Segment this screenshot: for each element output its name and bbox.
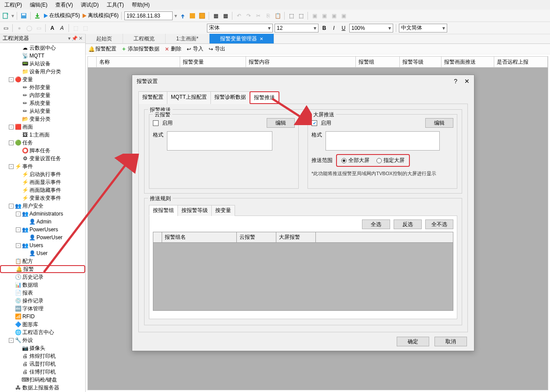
tree-item-数据上报服务器[interactable]: 🖧数据上报服务器 — [0, 384, 85, 392]
tree-item-图形库[interactable]: 🔷图形库 — [0, 320, 85, 328]
cloud-format-input[interactable] — [167, 131, 272, 151]
invert-button[interactable]: 反选 — [394, 219, 422, 229]
zoom-select[interactable]: 100% — [349, 24, 393, 32]
tree-item-PowerUser[interactable]: 👤PowerUser — [0, 234, 85, 241]
redo-icon[interactable]: ↷ — [245, 12, 253, 20]
dtab-config[interactable]: 报警配置 — [138, 91, 167, 104]
layer-icon-2[interactable]: ▣ — [320, 12, 328, 20]
rtab-var[interactable]: 按变量 — [211, 205, 235, 216]
menu-edit[interactable]: 编辑(E) — [30, 1, 47, 9]
language-select[interactable]: 中文简体 — [399, 24, 447, 32]
text-icon[interactable]: A — [48, 24, 56, 32]
align-icon-2[interactable]: ⬚ — [297, 12, 305, 20]
font-select[interactable]: 宋体 — [207, 24, 273, 32]
tree-item-变量设置任务[interactable]: ⚙变量设置任务 — [0, 155, 85, 162]
add-alarm-button[interactable]: ＋添加报警数据 — [121, 45, 159, 53]
tree-item-任务[interactable]: -🟢任务 — [0, 139, 85, 147]
tree-item-画面显示事件[interactable]: ⚡画面显示事件 — [0, 178, 85, 186]
radio-all[interactable] — [341, 158, 347, 163]
tab-screen[interactable]: 1:主画面* — [166, 34, 210, 43]
tree-item-Administrators[interactable]: -👥Administrators — [0, 210, 85, 218]
dtab-push[interactable]: 报警推送 — [250, 91, 279, 104]
tree-item-启动执行事件[interactable]: ⚡启动执行事件 — [0, 170, 85, 178]
text-icon-2[interactable]: A — [58, 24, 66, 32]
dialog-close-icon[interactable]: ✕ — [464, 78, 470, 85]
tree-item-配方[interactable]: 📋配方 — [0, 257, 85, 265]
shape-icon-3[interactable]: ▭ — [35, 24, 43, 32]
bigscreen-format-input[interactable] — [326, 131, 440, 151]
tree-item-User[interactable]: 👤User — [0, 249, 85, 257]
sidebar-pin-icon[interactable]: 📌 — [72, 36, 78, 41]
tree-item-炜煌打印机[interactable]: 🖨炜煌打印机 — [0, 352, 85, 360]
project-tree[interactable]: ☁云数据中心📡MQTT📟从站设备📁设备用户分类-🔴变量✏外部变量✏内部变量✏系统… — [0, 43, 85, 392]
tree-item-佳博打印机[interactable]: 🖨佳博打印机 — [0, 368, 85, 376]
tree-item-设备用户分类[interactable]: 📁设备用户分类 — [0, 68, 85, 76]
tool-icon-2[interactable] — [198, 12, 206, 20]
tool-icon-1[interactable] — [188, 12, 196, 20]
import-button[interactable]: ↩导入 — [186, 45, 203, 53]
radio-spec[interactable] — [376, 158, 382, 163]
fontsize-select[interactable]: 12 — [275, 24, 318, 32]
tree-item-RFID[interactable]: 📶RFID — [0, 313, 85, 320]
tree-item-系统变量[interactable]: ✏系统变量 — [0, 99, 85, 107]
tree-item-摄像头[interactable]: 📷摄像头 — [0, 344, 85, 352]
col-level[interactable]: 报警等级 — [400, 57, 441, 67]
tree-item-用户安全[interactable]: -👥用户安全 — [0, 202, 85, 210]
tree-item-MQTT[interactable]: 📡MQTT — [0, 52, 85, 60]
menu-view[interactable]: 查看(V) — [55, 1, 73, 9]
tool-icon-4[interactable]: ▦ — [221, 12, 229, 20]
tab-close-icon[interactable]: ✕ — [260, 36, 263, 41]
pointer-icon[interactable]: ▭ — [2, 24, 10, 32]
shape-icon[interactable]: ● — [15, 24, 23, 32]
dialog-titlebar[interactable]: 报警设置 ? ✕ — [132, 75, 474, 87]
tree-item-Admin[interactable]: 👤Admin — [0, 218, 85, 226]
tree-item-操作记录[interactable]: 💿操作记录 — [0, 297, 85, 305]
tree-item-PowerUsers[interactable]: -👥PowerUsers — [0, 226, 85, 234]
tool-icon-7[interactable]: 📋 — [274, 12, 282, 20]
rtab-level[interactable]: 按报警等级 — [177, 205, 212, 216]
tree-item-Users[interactable]: -👥Users — [0, 241, 85, 249]
shape-icon-2[interactable]: ◯ — [25, 24, 33, 32]
tree-item-字体管理[interactable]: 🔤字体管理 — [0, 305, 85, 313]
alarm-config-button[interactable]: 🔔报警配置 — [88, 45, 116, 53]
tree-item-报表[interactable]: 📄报表 — [0, 289, 85, 297]
tree-item-外设[interactable]: -🔧外设 — [0, 336, 85, 344]
layer-icon[interactable]: ▣ — [311, 12, 318, 20]
underline-icon[interactable]: U — [340, 24, 347, 32]
tree-item-从站变量[interactable]: ✏从站变量 — [0, 107, 85, 115]
sidebar-dropdown-icon[interactable]: ▾ — [68, 36, 71, 41]
upload-icon[interactable] — [179, 12, 187, 20]
cancel-button[interactable]: 取消 — [434, 337, 467, 346]
sidebar-close-icon[interactable]: ✕ — [79, 36, 83, 41]
col-group[interactable]: 报警组 — [356, 57, 400, 67]
align-icon[interactable]: ⬚ — [287, 12, 295, 20]
online-sim-button[interactable]: 在线模拟(F5) — [43, 12, 80, 19]
tree-item-讯普打印机[interactable]: 🖨讯普打印机 — [0, 360, 85, 368]
tree-item-报警[interactable]: 🔔报警 — [0, 265, 85, 273]
tree-item-画面隐藏事件[interactable]: ⚡画面隐藏事件 — [0, 186, 85, 194]
dtab-diag[interactable]: 报警诊断数据 — [210, 91, 250, 104]
offline-sim-button[interactable]: 离线模拟(F6) — [82, 12, 119, 19]
tree-item-云数据中心[interactable]: ☁云数据中心 — [0, 44, 85, 52]
rules-grid[interactable]: 报警组名 云报警 大屏报警 — [153, 232, 453, 311]
tool-icon-5[interactable]: ✂ — [254, 12, 262, 20]
tree-item-数据组[interactable]: 📊数据组 — [0, 281, 85, 289]
save-icon[interactable] — [20, 12, 28, 20]
menu-tools[interactable]: 工具(T) — [107, 1, 124, 9]
cloud-edit-button[interactable]: 编辑 — [267, 118, 295, 128]
col-remote[interactable]: 是否远程上报 — [494, 57, 548, 67]
tree-item-变量改变事件[interactable]: ⚡变量改变事件 — [0, 194, 85, 202]
tab-overview[interactable]: 工程概览 — [123, 34, 166, 43]
tree-item-工程语言中心[interactable]: 🌐工程语言中心 — [0, 328, 85, 336]
layer-icon-3[interactable]: ▣ — [330, 12, 338, 20]
rtab-group[interactable]: 按报警组 — [149, 205, 178, 216]
tree-item-内部变量[interactable]: ✏内部变量 — [0, 91, 85, 99]
export-button[interactable]: ↪导出 — [208, 45, 225, 53]
tree-item-从站设备[interactable]: 📟从站设备 — [0, 60, 85, 68]
menu-project[interactable]: 工程(P) — [4, 1, 22, 9]
ip-input[interactable] — [124, 11, 173, 20]
tab-alarm-manager[interactable]: 报警变量管理器✕ — [210, 34, 274, 43]
tree-item-扫码枪/键盘[interactable]: ⌨扫码枪/键盘 — [0, 376, 85, 384]
col-content[interactable]: 报警内容 — [246, 57, 356, 67]
tree-item-1:主画面[interactable]: 🖼1:主画面 — [0, 131, 85, 139]
